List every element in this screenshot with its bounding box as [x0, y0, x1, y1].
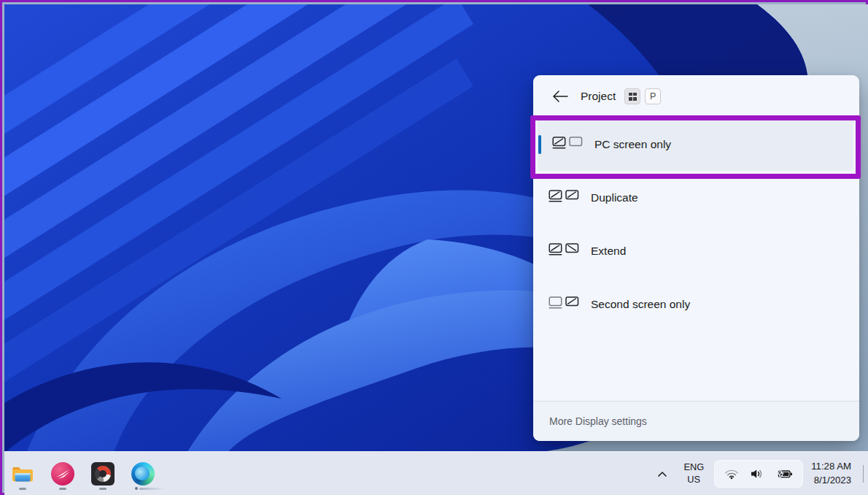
- projection-option-list: PC screen only Duplicate: [538, 118, 853, 331]
- dark-recorder-ring-icon: [91, 462, 115, 486]
- quick-settings-group[interactable]: [714, 460, 803, 488]
- language-line1: ENG: [681, 461, 706, 474]
- option-label: PC screen only: [594, 138, 671, 151]
- panel-title: Project: [581, 90, 616, 103]
- option-extend[interactable]: Extend: [538, 224, 853, 277]
- pc-screen-only-icon: [552, 135, 584, 154]
- duplicate-icon: [549, 188, 581, 207]
- language-indicator[interactable]: ENG US: [681, 461, 706, 486]
- project-panel-header: Project P: [533, 75, 859, 118]
- project-flyout-panel: Project P: [533, 75, 859, 441]
- back-button[interactable]: [551, 89, 570, 104]
- taskbar-item-pink-messaging-app[interactable]: [50, 455, 75, 493]
- option-label: Second screen only: [591, 298, 690, 311]
- show-desktop-button[interactable]: [863, 465, 864, 483]
- option-duplicate[interactable]: Duplicate: [538, 171, 853, 224]
- clock-date: 8/1/2023: [811, 474, 851, 487]
- taskbar-app-icons: [10, 452, 155, 495]
- clock[interactable]: 11:28 AM 8/1/2023: [811, 460, 851, 487]
- taskbar-item-screen-recorder-app[interactable]: [90, 455, 115, 493]
- wifi-icon: [724, 468, 739, 480]
- taskbar-item-file-explorer[interactable]: [10, 455, 35, 493]
- option-second-screen-only[interactable]: Second screen only: [538, 277, 853, 331]
- p-key-badge: P: [645, 88, 661, 104]
- running-indicator: [59, 488, 66, 490]
- option-label: Duplicate: [591, 191, 638, 204]
- edge-icon: [131, 462, 155, 486]
- second-screen-only-icon: [549, 295, 581, 314]
- taskbar-item-microsoft-edge[interactable]: [131, 455, 155, 493]
- taskbar: ENG US: [4, 451, 868, 495]
- shortcut-badges: P: [624, 88, 661, 104]
- chevron-up-icon: [657, 470, 667, 477]
- back-arrow-icon: [552, 91, 568, 102]
- language-line2: US: [681, 474, 706, 486]
- volume-icon: [750, 468, 764, 480]
- extend-icon: [549, 242, 581, 261]
- running-indicator: [99, 488, 106, 490]
- battery-charging-icon: [775, 468, 793, 480]
- folder-icon: [11, 462, 34, 486]
- clock-time: 11:28 AM: [811, 460, 851, 473]
- running-indicator: [19, 488, 26, 490]
- running-indicator: [135, 487, 138, 490]
- system-tray: ENG US: [651, 452, 864, 495]
- windows-logo-icon: [629, 93, 637, 101]
- tray-overflow-button[interactable]: [651, 459, 673, 488]
- option-pc-screen-only[interactable]: PC screen only: [538, 118, 853, 171]
- windows-key-badge: [624, 88, 640, 104]
- option-label: Extend: [591, 245, 626, 258]
- more-display-settings-link[interactable]: More Display settings: [549, 415, 647, 427]
- screenshot-frame: Project P: [0, 0, 868, 495]
- desktop: Project P: [4, 4, 868, 495]
- panel-footer: More Display settings: [533, 401, 859, 441]
- pink-circle-feather-icon: [51, 462, 74, 486]
